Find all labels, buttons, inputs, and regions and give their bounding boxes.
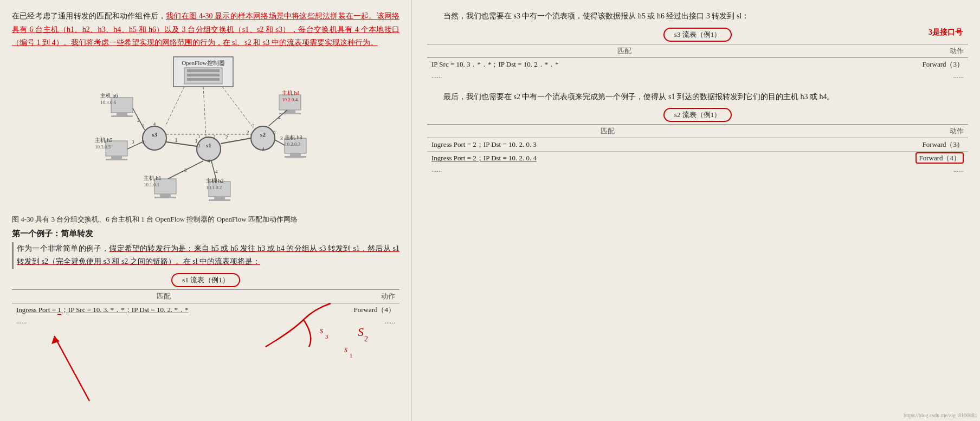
svg-rect-34	[111, 115, 133, 117]
s2-action-header: 动作	[788, 125, 968, 138]
s2-row2-match: Ingress Port = 2；IP Dst = 10. 2. 0. 4	[427, 152, 788, 165]
svg-rect-33	[117, 113, 127, 115]
svg-marker-75	[51, 336, 60, 344]
s2-dots-row: ...... ......	[427, 165, 968, 174]
s3-match-header: 匹配	[427, 44, 822, 57]
diagram-caption: 图 4-30 具有 3 台分组交换机、6 台主机和 1 台 OpenFlow 控…	[12, 215, 399, 224]
svg-point-8	[197, 137, 221, 161]
s3-dots-right: ......	[822, 71, 968, 81]
svg-rect-55	[209, 199, 230, 201]
svg-text:1: 1	[350, 352, 353, 359]
table-row: IP Src = 10. 3．*．*；IP Dst = 10. 2．*．* Fo…	[427, 57, 968, 71]
svg-text:主机 h6: 主机 h6	[100, 93, 118, 99]
svg-text:2: 2	[225, 134, 228, 140]
svg-line-44	[127, 142, 143, 149]
s2-flow-table: 匹配 动作 Ingress Port = 2；IP Dst = 10. 2. 0…	[427, 124, 968, 174]
svg-text:2: 2	[213, 134, 216, 139]
left-panel: 在已经考虑了通用转发的匹配和动作组件后，我们在图 4-30 显示的样本网络场景中…	[0, 0, 412, 421]
svg-rect-4	[187, 74, 220, 76]
svg-point-6	[143, 126, 166, 150]
svg-text:3: 3	[198, 143, 201, 148]
svg-rect-48	[154, 197, 176, 198]
svg-rect-40	[111, 156, 122, 159]
s3-table-label: s3 流表（例1）	[427, 28, 968, 42]
svg-text:2: 2	[364, 335, 368, 343]
s3-row1-action: Forward（3）	[822, 57, 968, 71]
svg-text:1: 1	[175, 137, 177, 143]
svg-text:10.3.0.6: 10.3.0.6	[100, 100, 117, 105]
svg-line-13	[203, 87, 206, 137]
svg-text:4: 4	[262, 146, 265, 152]
s2-table-label: s2 流表（例1）	[427, 108, 968, 122]
s3-dots-row: ...... ......	[427, 71, 968, 81]
svg-text:1: 1	[198, 134, 201, 139]
s1-dots-left: ......	[12, 316, 315, 326]
svg-text:S: S	[358, 325, 364, 339]
s3-flow-table-container: s3 流表（例1） 3是接口号 匹配 动作 IP Src = 10. 3．*．*…	[427, 28, 968, 81]
right-intro-text: 当然，我们也需要在 s3 中有一个流表项，使得该数据报从 h5 或 h6 经过出…	[443, 10, 968, 23]
highlighted-text: 我们在图 4-30 显示的样本网络场景中将这些想法拼装在一起。该网络具有 6 台…	[12, 12, 399, 47]
svg-text:10.1.0.1: 10.1.0.1	[144, 182, 159, 187]
section-text: 作为一个非常简单的例子，假定希望的转发行为是：来自 h5 或 h6 发往 h3 …	[12, 242, 399, 269]
svg-text:4: 4	[278, 115, 281, 120]
table-row: Ingress Port = 2；IP Dst = 10. 2. 0. 3 Fo…	[427, 138, 968, 152]
s2-dots-right: ......	[788, 165, 968, 174]
svg-rect-47	[160, 194, 171, 197]
s3-flow-table: 匹配 动作 IP Src = 10. 3．*．*；IP Dst = 10. 2．…	[427, 44, 968, 81]
svg-line-12	[165, 87, 184, 126]
s1-table-label: s1 流表（例1）	[12, 273, 399, 287]
svg-text:s3: s3	[152, 131, 157, 138]
s3-row1-match: IP Src = 10. 3．*．*；IP Dst = 10. 2．*．*	[427, 57, 822, 71]
svg-text:s1: s1	[206, 142, 211, 148]
svg-text:10.1.0.2: 10.1.0.2	[206, 185, 222, 190]
svg-text:10.2.0.3: 10.2.0.3	[285, 141, 301, 147]
svg-text:主机 h3: 主机 h3	[285, 134, 302, 140]
right-middle-text: 最后，我们也需要在 s2 中有一个流表项来完成第一个例子，使得从 s1 到达的数…	[443, 90, 968, 104]
svg-text:3: 3	[132, 139, 134, 145]
right-panel: 当然，我们也需要在 s3 中有一个流表项，使得该数据报从 h5 或 h6 经过出…	[412, 0, 980, 421]
svg-text:10.3.0.5: 10.3.0.5	[95, 144, 111, 150]
svg-text:3: 3	[325, 333, 328, 340]
s1-flow-table-container: s1 流表（例1） 匹配 动作 Ingress Port = 1；IP Src …	[12, 273, 399, 326]
svg-rect-54	[214, 197, 225, 199]
svg-text:1: 1	[195, 138, 197, 144]
intro-text: 在已经考虑了通用转发的匹配和动作组件后，我们在图 4-30 显示的样本网络场景中…	[12, 10, 399, 50]
s1-flow-table: 匹配 动作 Ingress Port = 1；IP Src = 10. 3. *…	[12, 289, 399, 326]
svg-text:3: 3	[280, 135, 283, 141]
svg-rect-69	[285, 156, 306, 158]
s1-match-header: 匹配	[12, 289, 315, 303]
s1-row1-match: Ingress Port = 1；IP Src = 10. 3. *．*；IP …	[12, 303, 315, 316]
svg-text:s2: s2	[260, 131, 266, 138]
svg-line-74	[54, 336, 89, 401]
s3-dots-left: ......	[427, 71, 822, 81]
svg-line-14	[222, 87, 252, 126]
section-title: 第一个例子：简单转发	[12, 229, 399, 239]
s2-flow-table-container: s2 流表（例1） 匹配 动作 Ingress Port = 2；IP Dst …	[427, 108, 968, 174]
svg-line-15	[166, 142, 197, 146]
s1-dots-row: ...... ......	[12, 316, 399, 326]
svg-text:3: 3	[273, 130, 276, 135]
svg-rect-5	[187, 78, 220, 81]
watermark: https://blog.csdn.me/zig_8100881	[904, 412, 977, 418]
s2-dots-left: ......	[427, 165, 788, 174]
s1-row1-action: Forward（4）	[315, 303, 399, 316]
svg-text:主机 h4: 主机 h4	[282, 90, 300, 96]
s2-row1-match: Ingress Port = 2；IP Dst = 10. 2. 0. 3	[427, 138, 788, 152]
s1-dots-right: ......	[315, 316, 399, 326]
svg-text:4: 4	[215, 169, 218, 174]
svg-text:2: 2	[137, 118, 140, 123]
svg-rect-3	[187, 69, 220, 72]
s1-oval-label: s1 流表（例1）	[171, 273, 240, 287]
svg-line-72	[275, 140, 285, 145]
svg-rect-41	[106, 159, 127, 160]
svg-rect-68	[290, 153, 301, 156]
svg-text:OpenFlow控制器: OpenFlow控制器	[182, 60, 224, 66]
s3-action-header: 动作	[822, 44, 968, 57]
svg-text:主机 h1: 主机 h1	[144, 175, 162, 181]
svg-text:3: 3	[184, 167, 187, 173]
network-diagram: OpenFlow控制器 s3 s1 s2 1 1	[12, 54, 399, 211]
s1-action-header: 动作	[315, 289, 399, 303]
svg-text:4: 4	[207, 158, 210, 164]
s2-match-header: 匹配	[427, 125, 788, 138]
svg-text:主机 h2: 主机 h2	[206, 178, 224, 184]
